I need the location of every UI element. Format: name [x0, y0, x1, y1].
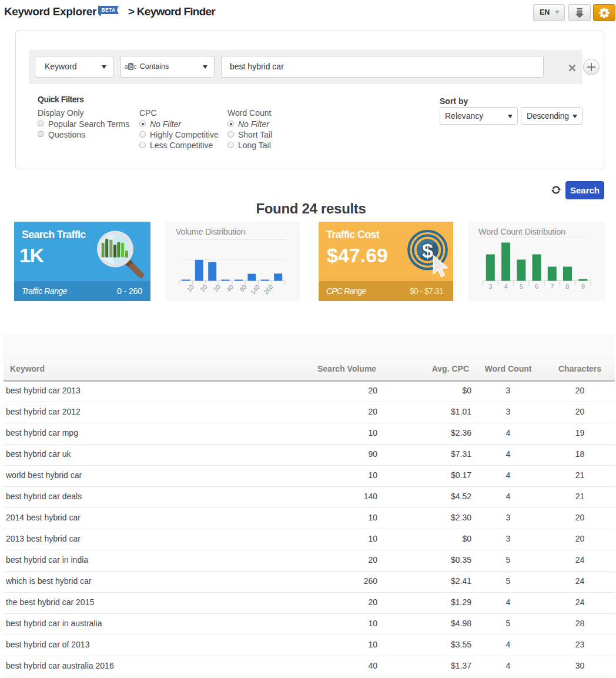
svg-text:9: 9	[581, 283, 585, 290]
svg-text:260: 260	[262, 283, 274, 295]
svg-text:90: 90	[238, 283, 248, 293]
svg-text:20: 20	[199, 283, 209, 293]
svg-text:140: 140	[249, 283, 262, 295]
svg-text:6: 6	[535, 283, 538, 290]
svg-text:4: 4	[504, 283, 508, 290]
svg-text:30: 30	[212, 283, 222, 293]
svg-text:40: 40	[225, 283, 235, 293]
svg-text:8: 8	[566, 283, 570, 290]
svg-text:5: 5	[520, 283, 523, 290]
svg-text:7: 7	[550, 283, 554, 290]
svg-text:3: 3	[488, 283, 492, 290]
svg-text:$: $	[422, 239, 433, 262]
svg-text:10: 10	[185, 283, 195, 293]
